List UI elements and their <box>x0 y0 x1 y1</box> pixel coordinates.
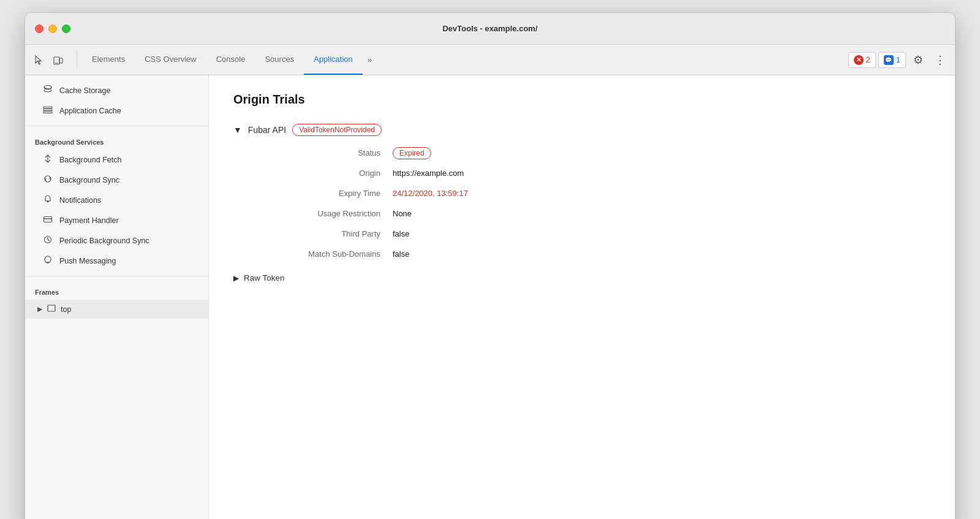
trial-header: ▼ Fubar API ValidTokenNotProvided <box>233 124 930 136</box>
raw-token-row: ▶ Raw Token <box>233 273 930 282</box>
tab-right-actions: ✕ 2 💬 1 ⚙ ⋮ <box>848 45 950 75</box>
error-badge-button[interactable]: ✕ 2 <box>848 52 876 68</box>
main-area: Cache Storage Application Cache Backgrou… <box>25 75 955 519</box>
info-badge-button[interactable]: 💬 1 <box>878 52 906 68</box>
traffic-lights <box>35 25 70 33</box>
sidebar-item-notifications[interactable]: Notifications <box>25 190 208 210</box>
info-icon: 💬 <box>884 55 894 65</box>
third-party-value: false <box>393 229 930 238</box>
svg-point-3 <box>44 86 51 89</box>
expiry-time-value: 24/12/2020, 13:59:17 <box>393 189 930 198</box>
sidebar-item-cache-storage[interactable]: Cache Storage <box>25 80 208 100</box>
expired-badge: Expired <box>393 147 431 159</box>
third-party-label: Third Party <box>258 229 393 238</box>
status-label: Status <box>258 148 393 157</box>
svg-line-13 <box>48 240 50 241</box>
sidebar-divider-1 <box>25 126 208 126</box>
status-value: Expired <box>393 148 930 157</box>
usage-restriction-label: Usage Restriction <box>258 209 393 218</box>
svg-rect-17 <box>48 305 55 311</box>
sidebar-divider-2 <box>25 276 208 276</box>
svg-rect-9 <box>44 217 52 222</box>
minimize-button[interactable] <box>48 25 57 33</box>
cache-storage-icon <box>42 85 53 96</box>
maximize-button[interactable] <box>62 25 70 33</box>
trial-expand-toggle[interactable]: ▼ <box>233 125 242 135</box>
svg-rect-6 <box>43 112 52 113</box>
settings-button[interactable]: ⚙ <box>908 50 928 70</box>
sidebar-item-background-fetch[interactable]: Background Fetch <box>25 150 208 170</box>
tabbar: Elements CSS Overview Console Sources Ap… <box>25 45 955 75</box>
sidebar-section-frames: Frames <box>25 281 208 300</box>
close-button[interactable] <box>35 25 43 33</box>
inspect-element-button[interactable] <box>30 51 47 69</box>
tab-sources[interactable]: Sources <box>255 45 304 75</box>
periodic-background-sync-icon <box>42 235 53 246</box>
titlebar: DevTools - example.com/ <box>25 13 955 45</box>
payment-handler-icon <box>42 214 53 226</box>
window-title: DevTools - example.com/ <box>442 24 537 33</box>
notifications-icon <box>42 194 53 206</box>
frames-expand-icon: ▶ <box>37 305 42 313</box>
devtools-window: DevTools - example.com/ Elements CSS Ove <box>24 12 956 519</box>
device-toolbar-button[interactable] <box>50 51 67 69</box>
background-fetch-icon <box>42 154 53 165</box>
cursor-icon <box>33 55 44 66</box>
sidebar: Cache Storage Application Cache Backgrou… <box>25 75 209 519</box>
sidebar-item-periodic-background-sync[interactable]: Periodic Background Sync <box>25 230 208 251</box>
application-cache-icon <box>42 105 53 116</box>
sidebar-item-payment-handler[interactable]: Payment Handler <box>25 210 208 230</box>
trial-status-badge: ValidTokenNotProvided <box>292 124 382 136</box>
push-messaging-icon <box>42 255 53 267</box>
error-icon: ✕ <box>854 55 864 65</box>
sidebar-item-application-cache[interactable]: Application Cache <box>25 100 208 121</box>
tab-application[interactable]: Application <box>304 45 363 75</box>
trial-detail-table: Status Expired Origin https://example.co… <box>258 148 930 259</box>
more-options-button[interactable]: ⋮ <box>930 50 950 70</box>
tab-elements[interactable]: Elements <box>82 45 135 75</box>
trial-name: Fubar API <box>248 125 286 135</box>
svg-rect-5 <box>43 109 52 111</box>
sidebar-section-background-services: Background Services <box>25 131 208 150</box>
page-title: Origin Trials <box>233 93 930 107</box>
device-icon <box>53 55 64 66</box>
tab-console[interactable]: Console <box>206 45 255 75</box>
sidebar-item-push-messaging[interactable]: Push Messaging <box>25 251 208 271</box>
origin-label: Origin <box>258 169 393 178</box>
frames-top-icon <box>47 304 56 314</box>
tab-actions <box>30 45 67 75</box>
raw-token-expand-toggle[interactable]: ▶ <box>233 274 239 282</box>
origin-value: https://example.com <box>393 169 930 178</box>
match-sub-domains-label: Match Sub-Domains <box>258 249 393 259</box>
raw-token-label[interactable]: Raw Token <box>244 273 285 282</box>
tab-css-overview[interactable]: CSS Overview <box>135 45 206 75</box>
sidebar-item-background-sync[interactable]: Background Sync <box>25 170 208 190</box>
match-sub-domains-value: false <box>393 249 930 259</box>
background-sync-icon <box>42 174 53 186</box>
usage-restriction-value: None <box>393 209 930 218</box>
expiry-time-label: Expiry Time <box>258 189 393 198</box>
tab-separator <box>77 51 77 69</box>
content-panel: Origin Trials ▼ Fubar API ValidTokenNotP… <box>209 75 955 519</box>
svg-rect-1 <box>59 58 62 63</box>
more-tabs-button[interactable]: » <box>363 45 377 75</box>
svg-rect-4 <box>43 107 52 108</box>
sidebar-item-frames-top[interactable]: ▶ top <box>25 300 208 319</box>
